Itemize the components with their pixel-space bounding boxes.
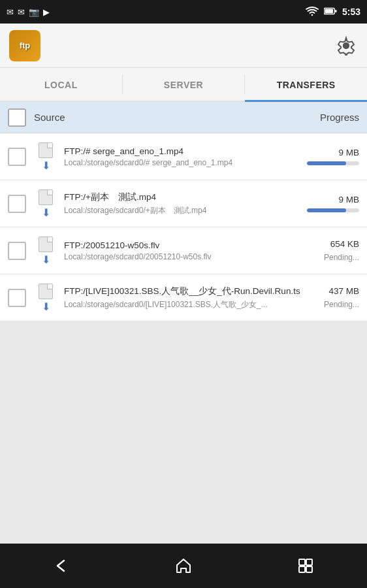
download-arrow-icon: ⬇	[42, 208, 50, 218]
row-pending-3: Pending...	[324, 253, 359, 262]
row-checkbox-1[interactable]	[8, 148, 26, 166]
source-column-header: Source	[34, 112, 294, 123]
file-icon-3: ⬇	[34, 237, 57, 265]
gear-icon	[336, 36, 356, 56]
progress-column-header: Progress	[294, 112, 359, 123]
svg-rect-6	[306, 559, 312, 565]
battery-icon	[324, 7, 337, 18]
row-info-3: FTP:/20051210-w50s.flv Local:/storage/sd…	[64, 240, 300, 261]
app-logo-text: ftp	[20, 41, 31, 50]
row-checkbox-3[interactable]	[8, 242, 26, 260]
local-path-4: Local:/storage/sdcard0/[LIVE]100321.SBS.…	[64, 299, 300, 310]
status-bar-left: ✉ ✉ 📷 ▶	[7, 7, 50, 17]
nav-bar	[0, 544, 367, 588]
gmail-icon: ✉	[18, 7, 25, 17]
tab-server[interactable]: SERVER	[123, 69, 245, 102]
svg-rect-5	[299, 559, 305, 565]
row-size-2: 9 MB	[338, 195, 359, 204]
file-shape-icon	[39, 237, 53, 252]
table-row: ⬇ FTP:/# serge_and_eno_1.mp4 Local:/stor…	[0, 133, 367, 180]
notification-icon: ✉	[7, 7, 14, 17]
tab-bar: LOCAL SERVER TRANSFERS	[0, 68, 367, 102]
ftp-path-3: FTP:/20051210-w50s.flv	[64, 240, 300, 250]
progress-bar-2	[307, 208, 359, 212]
file-icon-4: ⬇	[34, 284, 57, 312]
back-icon	[52, 557, 71, 575]
row-info-1: FTP:/# serge_and_eno_1.mp4 Local:/storag…	[64, 146, 300, 167]
row-status-2: 9 MB	[300, 195, 359, 212]
status-bar-right: 5:53	[306, 6, 360, 18]
recent-apps-icon	[296, 557, 315, 575]
app-logo: ftp	[9, 30, 40, 61]
status-time: 5:53	[342, 7, 360, 17]
back-button[interactable]	[39, 550, 84, 581]
table-row: ⬇ FTP:/[LIVE]100321.SBS.人气歌__少女_代-Run.De…	[0, 274, 367, 321]
settings-button[interactable]	[334, 34, 358, 57]
app-bar: ftp	[0, 24, 367, 68]
download-arrow-icon: ⬇	[42, 161, 50, 171]
row-size-3: 654 KB	[330, 239, 359, 249]
ftp-path-2: FTP:/+副本 測試.mp4	[64, 191, 300, 203]
wifi-icon	[306, 6, 319, 18]
row-size-1: 9 MB	[338, 148, 359, 157]
svg-rect-1	[335, 10, 337, 12]
row-info-4: FTP:/[LIVE]100321.SBS.人气歌__少女_代-Run.Devi…	[64, 286, 300, 310]
table-header: Source Progress	[0, 102, 367, 133]
recent-button[interactable]	[283, 550, 328, 581]
tab-local[interactable]: LOCAL	[0, 69, 122, 102]
file-icon-2: ⬇	[34, 189, 57, 218]
local-path-1: Local:/storage/sdcard0/# serge_and_eno_1…	[64, 158, 300, 167]
file-shape-icon	[39, 142, 53, 158]
svg-point-4	[343, 43, 349, 48]
download-arrow-icon: ⬇	[42, 255, 50, 265]
select-all-checkbox[interactable]	[8, 108, 26, 127]
ftp-path-1: FTP:/# serge_and_eno_1.mp4	[64, 146, 300, 156]
video-icon: ▶	[43, 7, 50, 17]
row-status-4: 437 MB Pending...	[300, 286, 359, 309]
table-row: ⬇ FTP:/20051210-w50s.flv Local:/storage/…	[0, 227, 367, 274]
svg-rect-8	[306, 566, 312, 572]
download-arrow-icon: ⬇	[42, 302, 50, 312]
svg-rect-2	[325, 8, 333, 12]
home-icon	[174, 557, 193, 575]
row-size-4: 437 MB	[328, 286, 359, 296]
home-button[interactable]	[161, 550, 206, 581]
transfer-list: ⬇ FTP:/# serge_and_eno_1.mp4 Local:/stor…	[0, 133, 367, 321]
row-status-1: 9 MB	[300, 148, 359, 165]
progress-fill-1	[307, 161, 346, 165]
table-row: ⬇ FTP:/+副本 測試.mp4 Local:/storage/sdcard0…	[0, 180, 367, 227]
row-checkbox-4[interactable]	[8, 289, 26, 307]
empty-area	[0, 321, 367, 531]
svg-rect-7	[299, 566, 305, 572]
file-icon-1: ⬇	[34, 142, 57, 171]
row-checkbox-2[interactable]	[8, 195, 26, 213]
file-shape-icon	[39, 189, 53, 205]
local-path-3: Local:/storage/sdcard0/20051210-w50s.flv	[64, 252, 300, 261]
row-info-2: FTP:/+副本 測試.mp4 Local:/storage/sdcard0/+…	[64, 191, 300, 216]
tab-transfers[interactable]: TRANSFERS	[245, 69, 367, 102]
row-status-3: 654 KB Pending...	[300, 239, 359, 262]
file-shape-icon	[39, 284, 53, 299]
ftp-path-4: FTP:/[LIVE]100321.SBS.人气歌__少女_代-Run.Devi…	[64, 286, 300, 297]
row-pending-4: Pending...	[324, 300, 359, 309]
status-bar: ✉ ✉ 📷 ▶ 5:53	[0, 0, 367, 24]
progress-fill-2	[307, 208, 346, 212]
local-path-2: Local:/storage/sdcard0/+副本 測試.mp4	[64, 205, 300, 216]
camera-icon: 📷	[29, 7, 39, 17]
progress-bar-1	[307, 161, 359, 165]
